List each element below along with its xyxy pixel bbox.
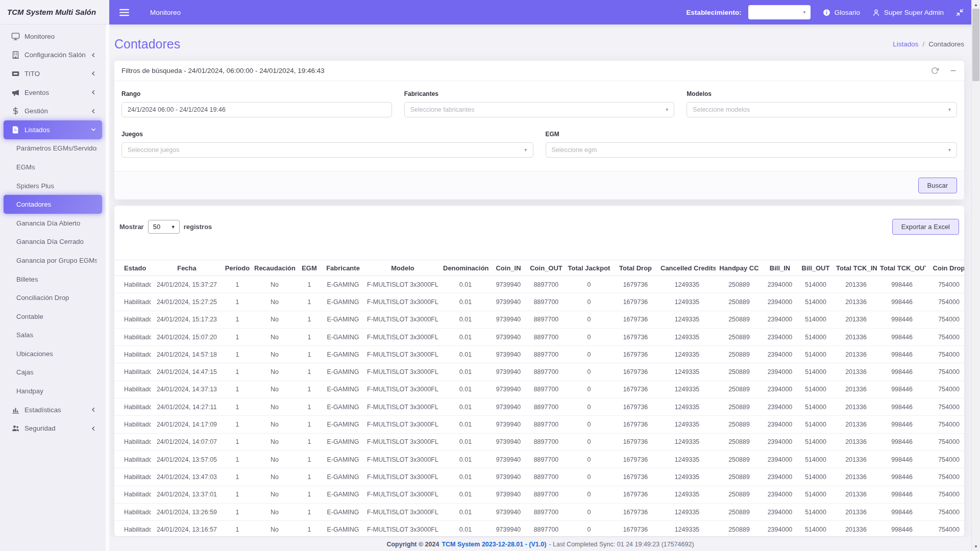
scroll-down-arrow[interactable]: ▼ (972, 542, 980, 550)
menu-toggle-icon[interactable] (119, 9, 129, 16)
cell-recaudacion: No (252, 521, 297, 536)
chevron-left-icon (90, 70, 97, 77)
export-excel-button[interactable]: Exportar a Excel (892, 219, 959, 235)
cell-cancelled-credits: 1249335 (658, 486, 716, 503)
cell-cancelled-credits: 1249335 (658, 293, 716, 311)
column-header-periodo[interactable]: Período (223, 260, 252, 276)
column-header-fecha[interactable]: Fecha (151, 260, 223, 276)
version-link[interactable]: TCM System 2023-12-28.01 - (V1.0) (442, 541, 546, 548)
sidebar-subitem-cajas[interactable]: Cajas (4, 363, 102, 382)
sidebar-item-monitoreo[interactable]: Monitoreo (4, 27, 102, 46)
cell-modelo: F-MULTISLOT 3x3000FL (364, 416, 441, 433)
rango-input[interactable] (121, 102, 392, 117)
cell-fabricante: E-GAMING (322, 521, 364, 536)
cell-coin-drop: 754000 (926, 450, 964, 468)
cell-handpay-cc: 250889 (716, 328, 763, 345)
column-header-modelo[interactable]: Modelo (364, 260, 441, 276)
user-menu[interactable]: Super Super Admin (872, 8, 944, 17)
sidebar-subitem-contable[interactable]: Contable (4, 307, 102, 326)
cell-modelo: F-MULTISLOT 3x3000FL (364, 276, 441, 293)
column-header-egm[interactable]: EGM (297, 260, 322, 276)
cell-total-jackpot: 0 (566, 433, 612, 450)
cell-fecha: 24/01/2024, 13:16:57 (151, 521, 223, 536)
table-row: Habilitado24/01/2024, 14:57:181No1E-GAMI… (114, 346, 964, 363)
column-header-estado[interactable]: Estado (114, 260, 151, 276)
column-header-bill-in[interactable]: Bill_IN (763, 260, 797, 276)
glosario-link[interactable]: Glosario (822, 8, 860, 17)
modelos-select[interactable]: Seleccione modelos ▾ (687, 102, 957, 117)
fabricantes-select[interactable]: Seleccione fabricantes ▾ (404, 102, 675, 117)
sidebar-subitem-ganancia-dia-cerrado[interactable]: Ganancia Día Cerrado (4, 233, 102, 252)
column-header-total-tck-in[interactable]: Total TCK_IN (834, 260, 878, 276)
sidebar-subitem-ganancia-dia-abierto[interactable]: Ganancia Día Abierto (4, 214, 102, 233)
page-length-select[interactable]: 50 ▼ (148, 220, 180, 234)
sidebar-item-gestion[interactable]: Gestión (4, 102, 102, 120)
sidebar-subitem-egms[interactable]: EGMs (4, 158, 102, 177)
cell-estado: Habilitado (114, 433, 151, 450)
sidebar-subitem-ubicaciones[interactable]: Ubicaciones (4, 344, 102, 363)
egm-placeholder: Seleccione egm (552, 146, 597, 154)
topbar-nav-monitoreo[interactable]: Monitoreo (150, 9, 181, 16)
column-header-bill-out[interactable]: Bill_OUT (797, 260, 834, 276)
column-header-coin-out[interactable]: Coin_OUT (527, 260, 566, 276)
establecimiento-select[interactable]: ▾ (748, 5, 811, 19)
column-header-total-jackpot[interactable]: Total Jackpot (566, 260, 612, 276)
cell-periodo: 1 (223, 276, 252, 293)
cell-fecha: 24/01/2024, 15:17:23 (151, 311, 223, 328)
buscar-button[interactable]: Buscar (918, 178, 957, 193)
sidebar-item-listados[interactable]: Listados (4, 120, 102, 139)
cell-coin-in: 9739940 (490, 468, 527, 486)
sidebar-subitem-parametros-egms-servidor[interactable]: Parámetros EGMs/Servidor (4, 139, 102, 158)
cell-fecha: 24/01/2024, 14:37:13 (151, 381, 223, 398)
topbar: Monitoreo Establecimiento: ▾ Glosario Su… (109, 0, 980, 24)
column-header-total-drop[interactable]: Total Drop (612, 260, 658, 276)
column-header-coin-drop[interactable]: Coin Drop (926, 260, 964, 276)
column-header-total-tck-out[interactable]: Total TCK_OUT (878, 260, 926, 276)
juegos-select[interactable]: Seleccione juegos ▾ (121, 142, 533, 158)
sidebar-subitem-billetes[interactable]: Billetes (4, 270, 102, 289)
cell-egm: 1 (297, 293, 322, 311)
cell-bill-out: 514000 (797, 433, 834, 450)
sidebar-subitem-contadores[interactable]: Contadores (4, 195, 102, 214)
column-header-denominacion[interactable]: Denominación (441, 260, 490, 276)
sidebar-subitem-conciliacion-drop[interactable]: Conciliación Drop (4, 288, 102, 307)
cell-total-tck-out: 998446 (878, 311, 926, 328)
cell-total-tck-in: 201336 (834, 328, 878, 345)
cell-coin-in: 9739940 (490, 381, 527, 398)
column-header-handpay-cc[interactable]: Handpay CC (716, 260, 763, 276)
cell-total-jackpot: 0 (566, 398, 612, 416)
sidebar-subitem-handpay[interactable]: Handpay (4, 382, 102, 400)
egm-select[interactable]: Seleccione egm ▾ (546, 142, 958, 158)
cell-bill-in: 2394000 (763, 328, 797, 345)
collapse-minus-icon[interactable] (949, 67, 957, 74)
column-header-coin-in[interactable]: Coin_IN (490, 260, 527, 276)
sidebar-item-seguridad[interactable]: Seguridad (4, 419, 102, 438)
sidebar-item-tito[interactable]: TITO (4, 64, 102, 83)
cell-cancelled-credits: 1249335 (658, 450, 716, 468)
cell-coin-drop: 754000 (926, 311, 964, 328)
filters-card-footer: Buscar (114, 171, 964, 199)
column-header-fabricante[interactable]: Fabricante (322, 260, 364, 276)
cell-handpay-cc: 250889 (716, 503, 763, 520)
cell-total-tck-in: 201336 (834, 276, 878, 293)
cell-coin-out: 8897700 (527, 363, 566, 381)
sidebar-subitem-spiders-plus[interactable]: Spiders Plus (4, 177, 102, 195)
sidebar-item-eventos[interactable]: Eventos (4, 83, 102, 102)
sidebar-subitem-salas[interactable]: Salas (4, 326, 102, 345)
compress-icon[interactable] (955, 8, 964, 17)
scrollbar-thumb[interactable] (972, 9, 979, 81)
cell-periodo: 1 (223, 328, 252, 345)
column-header-cancelled-credits[interactable]: Cancelled Credits (658, 260, 716, 276)
cell-handpay-cc: 250889 (716, 381, 763, 398)
cell-bill-out: 514000 (797, 468, 834, 486)
cell-total-drop: 1679736 (612, 503, 658, 520)
footer: Copyright © 2024 TCM System 2023-12-28.0… (109, 537, 971, 551)
vertical-scrollbar[interactable]: ▲ ▼ (971, 0, 980, 551)
sidebar-subitem-ganancia-por-grupo-egms[interactable]: Ganancia por Grupo EGMs (4, 251, 102, 270)
refresh-icon[interactable] (931, 67, 939, 74)
scroll-up-arrow[interactable]: ▲ (972, 1, 980, 9)
sidebar-item-estadisticas[interactable]: Estadísticas (4, 400, 102, 419)
sidebar-item-configuracion-salon[interactable]: Configuración Salón (4, 46, 102, 65)
column-header-recaudacion[interactable]: Recaudación (252, 260, 297, 276)
breadcrumb-listados[interactable]: Listados (893, 40, 918, 48)
